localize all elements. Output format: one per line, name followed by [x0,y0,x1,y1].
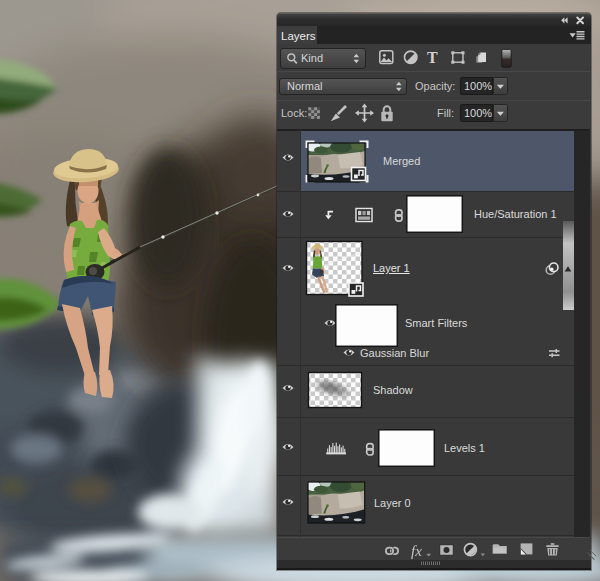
svg-text:T: T [427,49,438,66]
svg-text:fx: fx [411,543,422,559]
